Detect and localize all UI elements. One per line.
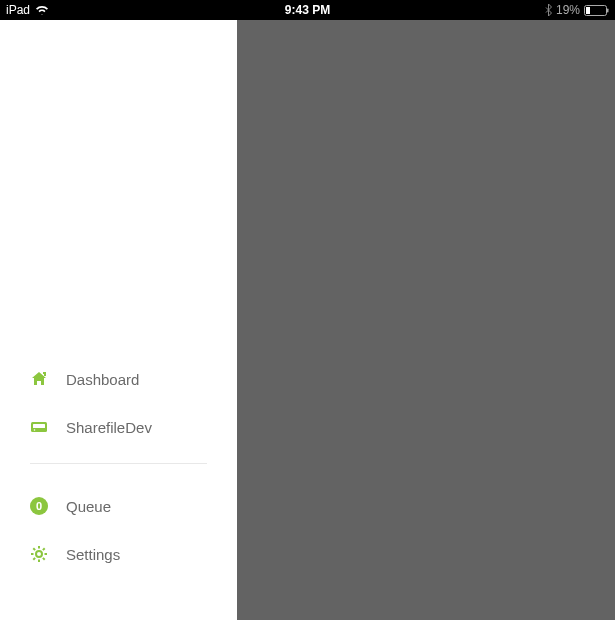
svg-line-12 [43, 558, 45, 560]
queue-badge-icon: 0 [30, 497, 48, 515]
sidebar-item-settings[interactable]: Settings [30, 530, 207, 578]
device-label: iPad [6, 3, 30, 17]
app-body: Dashboard SharefileDev 0 Queue [0, 20, 615, 620]
sidebar-item-label: Dashboard [66, 371, 139, 388]
svg-rect-2 [607, 8, 609, 12]
sidebar-item-label: Queue [66, 498, 111, 515]
status-right: 19% [545, 3, 609, 17]
home-icon [30, 370, 48, 388]
svg-rect-1 [586, 7, 590, 14]
sidebar-item-sharefiledev[interactable]: SharefileDev [30, 403, 207, 451]
queue-count-badge: 0 [30, 497, 48, 515]
sidebar-divider [30, 463, 207, 464]
svg-point-6 [36, 551, 42, 557]
svg-line-14 [43, 548, 45, 550]
svg-line-13 [33, 558, 35, 560]
drive-icon [30, 418, 48, 436]
sidebar-menu: Dashboard SharefileDev 0 Queue [0, 355, 237, 578]
svg-point-5 [34, 429, 36, 431]
status-bar: iPad 9:43 PM 19% [0, 0, 615, 20]
svg-rect-4 [33, 424, 45, 428]
sidebar: Dashboard SharefileDev 0 Queue [0, 20, 237, 620]
battery-icon [584, 5, 609, 16]
sidebar-item-label: SharefileDev [66, 419, 152, 436]
sidebar-item-dashboard[interactable]: Dashboard [30, 355, 207, 403]
bluetooth-icon [545, 4, 552, 16]
svg-line-11 [33, 548, 35, 550]
battery-percent: 19% [556, 3, 580, 17]
main-content-overlay[interactable] [237, 20, 615, 620]
sidebar-item-queue[interactable]: 0 Queue [30, 482, 207, 530]
sidebar-item-label: Settings [66, 546, 120, 563]
wifi-icon [35, 5, 49, 15]
status-time: 9:43 PM [285, 3, 330, 17]
status-left: iPad [6, 3, 49, 17]
gear-icon [30, 545, 48, 563]
